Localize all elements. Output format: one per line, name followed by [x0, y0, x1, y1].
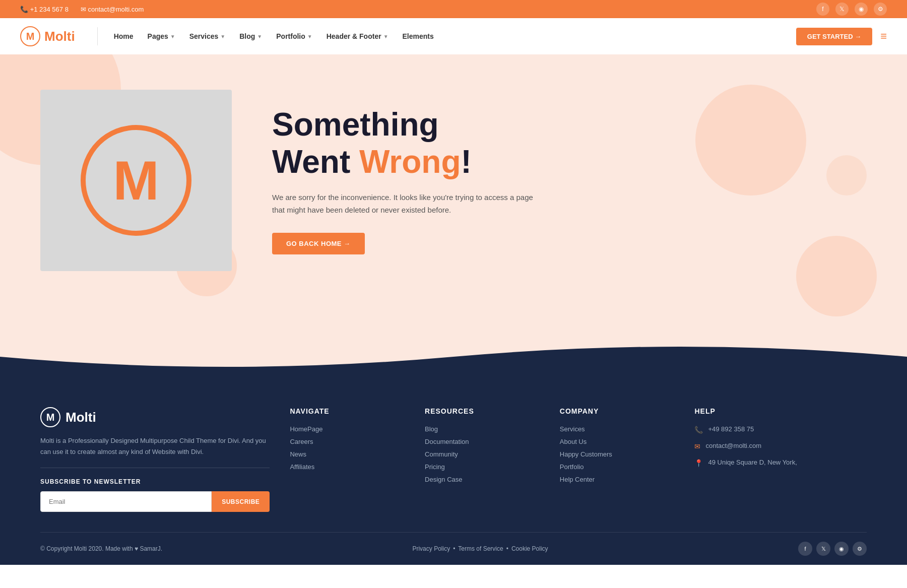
footer-link-design-case[interactable]: Design Case [425, 476, 540, 483]
chevron-down-icon: ▼ [170, 34, 175, 39]
nav-divider [97, 27, 98, 45]
instagram-icon[interactable]: ◉ [834, 542, 849, 556]
navbar: M Molti Home Pages ▼ Services ▼ Blog ▼ P… [0, 18, 907, 54]
footer-logo-letter: M [46, 412, 55, 423]
nav-item-portfolio[interactable]: Portfolio ▼ [270, 29, 318, 43]
footer-help-email: ✉ contact@molti.com [694, 442, 867, 450]
footer-company-title: COMPANY [560, 407, 675, 415]
hero-logo-letter: M [113, 153, 159, 208]
nav-item-blog[interactable]: Blog ▼ [233, 29, 268, 43]
footer-link-pricing[interactable]: Pricing [425, 463, 540, 471]
hero-section: M Something Went Wrong! We are sorry for… [0, 54, 907, 337]
topbar-left: 📞 +1 234 567 8 ✉ contact@molti.com [20, 6, 144, 13]
footer-divider [40, 468, 270, 468]
twitter-icon[interactable]: 𝕏 [816, 542, 830, 556]
logo[interactable]: M Molti [20, 26, 75, 46]
blob-5 [826, 155, 867, 195]
footer-logo-text: Molti [66, 410, 96, 425]
email-icon: ✉ [81, 6, 86, 13]
footer-link-help-center[interactable]: Help Center [560, 476, 675, 483]
footer-description: Molti is a Professionally Designed Multi… [40, 435, 270, 458]
footer-bottom: © Copyright Molti 2020. Made with ♥ Sama… [40, 532, 867, 565]
chevron-down-icon: ▼ [220, 34, 225, 39]
privacy-policy-link[interactable]: Privacy Policy [412, 545, 450, 552]
chevron-down-icon: ▼ [383, 34, 388, 39]
footer-link-affiliates[interactable]: Affiliates [290, 463, 405, 471]
footer-link-happy-customers[interactable]: Happy Customers [560, 450, 675, 458]
footer-help-phone: 📞 +49 892 358 75 [694, 425, 867, 434]
topbar: 📞 +1 234 567 8 ✉ contact@molti.com f 𝕏 ◉… [0, 0, 907, 18]
wave-container [0, 337, 907, 377]
subscribe-button[interactable]: SUBSCRIBE [212, 491, 270, 512]
footer-subscribe-form: SUBSCRIBE [40, 491, 270, 512]
hero-title: Something Went Wrong! [272, 106, 534, 180]
logo-circle: M [20, 26, 40, 46]
footer-link-portfolio[interactable]: Portfolio [560, 463, 675, 471]
location-icon: 📍 [694, 459, 703, 467]
footer-copyright: © Copyright Molti 2020. Made with ♥ Sama… [40, 545, 162, 552]
footer-resources-title: RESOURCES [425, 407, 540, 415]
nav-item-pages[interactable]: Pages ▼ [142, 29, 181, 43]
footer-resources-col: RESOURCES Blog Documentation Community P… [425, 407, 540, 512]
hamburger-menu[interactable]: ≡ [880, 30, 887, 43]
phone-icon: 📞 [694, 426, 703, 434]
twitter-icon[interactable]: 𝕏 [835, 3, 849, 16]
blob-2 [695, 85, 806, 195]
blob-3 [796, 236, 877, 316]
footer-logo-circle: M [40, 407, 60, 427]
topbar-social: f 𝕏 ◉ ⚙ [816, 3, 887, 16]
topbar-phone: 📞 +1 234 567 8 [20, 6, 69, 13]
hero-logo-circle: M [81, 125, 191, 236]
footer-subscribe-label: SUBSCRIBE TO NEWSLETTER [40, 478, 270, 485]
footer-help-col: HELP 📞 +49 892 358 75 ✉ contact@molti.co… [694, 407, 867, 512]
footer-help-address: 📍 49 Uniqe Square D, New York, [694, 459, 867, 467]
footer-top: M Molti Molti is a Professionally Design… [40, 407, 867, 532]
get-started-button[interactable]: GET STARTED → [796, 28, 872, 45]
nav-right: GET STARTED → ≡ [796, 28, 887, 45]
footer-navigate-title: NAVIGATE [290, 407, 405, 415]
footer-link-services[interactable]: Services [560, 425, 675, 433]
topbar-email: ✉ contact@molti.com [81, 6, 144, 13]
logo-text: Molti [44, 29, 75, 44]
cookie-policy-link[interactable]: Cookie Policy [511, 545, 548, 552]
chevron-down-icon: ▼ [307, 34, 312, 39]
footer-link-about-us[interactable]: About Us [560, 438, 675, 445]
settings-icon[interactable]: ⚙ [874, 3, 887, 16]
footer-help-title: HELP [694, 407, 867, 415]
hero-image-box: M [40, 90, 232, 271]
phone-icon: 📞 [20, 6, 28, 13]
hero-subtitle: We are sorry for the inconvenience. It l… [272, 191, 534, 217]
hero-content: Something Went Wrong! We are sorry for t… [272, 106, 534, 254]
footer-link-documentation[interactable]: Documentation [425, 438, 540, 445]
facebook-icon[interactable]: f [816, 3, 829, 16]
footer-logo: M Molti [40, 407, 270, 427]
nav-item-elements[interactable]: Elements [397, 29, 440, 43]
footer-link-news[interactable]: News [290, 450, 405, 458]
nav-links: Home Pages ▼ Services ▼ Blog ▼ Portfolio… [108, 29, 796, 43]
nav-item-home[interactable]: Home [108, 29, 140, 43]
footer-link-homepage[interactable]: HomePage [290, 425, 405, 433]
nav-item-services[interactable]: Services ▼ [183, 29, 232, 43]
terms-of-service-link[interactable]: Terms of Service [458, 545, 503, 552]
instagram-icon[interactable]: ◉ [855, 3, 868, 16]
nav-item-header-footer[interactable]: Header & Footer ▼ [320, 29, 395, 43]
footer-company-col: COMPANY Services About Us Happy Customer… [560, 407, 675, 512]
footer-brand-col: M Molti Molti is a Professionally Design… [40, 407, 270, 512]
footer-link-community[interactable]: Community [425, 450, 540, 458]
wave-svg [0, 337, 907, 377]
footer: M Molti Molti is a Professionally Design… [0, 377, 907, 565]
email-icon: ✉ [694, 442, 700, 450]
logo-letter: M [26, 31, 35, 42]
go-back-home-button[interactable]: GO BACK HOME → [272, 233, 365, 254]
facebook-icon[interactable]: f [798, 542, 812, 556]
settings-icon[interactable]: ⚙ [853, 542, 867, 556]
chevron-down-icon: ▼ [257, 34, 262, 39]
footer-social: f 𝕏 ◉ ⚙ [798, 542, 867, 556]
email-input[interactable] [40, 491, 212, 512]
footer-link-careers[interactable]: Careers [290, 438, 405, 445]
footer-link-blog[interactable]: Blog [425, 425, 540, 433]
footer-navigate-col: NAVIGATE HomePage Careers News Affiliate… [290, 407, 405, 512]
footer-bottom-links: Privacy Policy • Terms of Service • Cook… [412, 545, 548, 552]
